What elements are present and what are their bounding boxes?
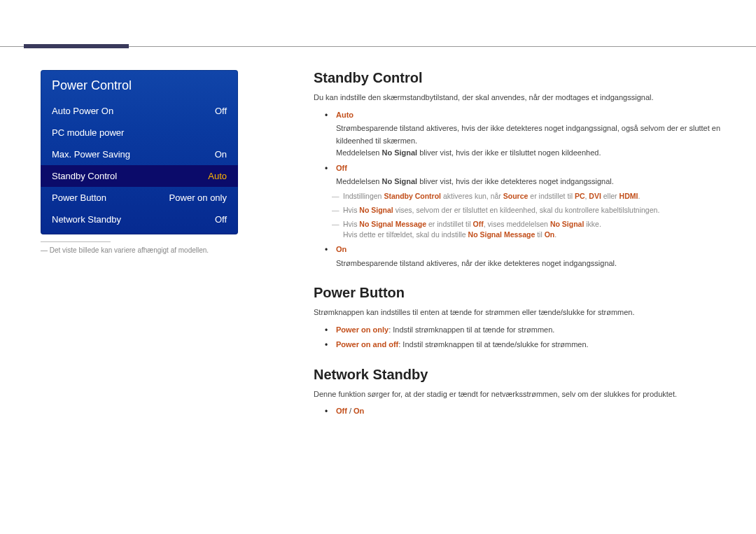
menu-item-value: Auto [208, 171, 227, 181]
option-auto-desc: Strømbesparende tilstand aktiveres, hvis… [336, 124, 720, 145]
option-auto-desc2: Meddelelsen No Signal bliver vist, hvis … [336, 148, 601, 157]
option-on-desc: Strømbesparende tilstand aktiveres, når … [336, 259, 617, 267]
network-standby-options: Off / On [314, 405, 728, 418]
standby-control-section: Standby Control Du kan indstille den skæ… [314, 70, 728, 269]
option-off-note-3: Hvis No Signal Message er indstillet til… [336, 219, 728, 241]
power-button-intro: Strømknappen kan indstilles til enten at… [314, 307, 728, 318]
top-rule [0, 46, 756, 47]
option-on-label: On [336, 244, 728, 256]
option-auto: Auto Strømbesparende tilstand aktiveres,… [329, 109, 728, 160]
option-off-note-2: Hvis No Signal vises, selvom der er tils… [336, 205, 728, 216]
menu-item-value: Power on only [169, 192, 227, 203]
menu-item-label: Standby Control [52, 171, 117, 181]
menu-item-standby-control[interactable]: Standby Control Auto [41, 165, 238, 187]
option-power-on-and-off: Power on and off: Indstil strømknappen t… [329, 339, 728, 351]
menu-item-max-power-saving[interactable]: Max. Power Saving On [41, 143, 238, 165]
menu-item-network-standby[interactable]: Network Standby Off [41, 209, 238, 234]
menu-item-auto-power-on[interactable]: Auto Power On Off [41, 100, 238, 122]
menu-title: Power Control [41, 70, 238, 100]
option-on: On Strømbesparende tilstand aktiveres, n… [329, 244, 728, 269]
heading-power-button: Power Button [314, 285, 728, 301]
option-auto-label: Auto [336, 109, 728, 122]
network-standby-intro: Denne funktion sørger for, at der stadig… [314, 388, 728, 400]
heading-standby-control: Standby Control [314, 70, 728, 86]
menu-panel: Power Control Auto Power On Off PC modul… [41, 70, 238, 234]
menu-item-power-button[interactable]: Power Button Power on only [41, 187, 238, 209]
option-off-on: Off / On [329, 405, 728, 418]
menu-item-label: Auto Power On [52, 106, 113, 116]
right-column: Standby Control Du kan indstille den skæ… [314, 70, 735, 433]
image-caption: Det viste billede kan variere afhængigt … [41, 242, 251, 254]
menu-item-value: On [215, 149, 227, 160]
option-off-note-1: Indstillingen Standby Control aktiveres … [336, 191, 728, 202]
menu-item-pc-module-power[interactable]: PC module power [41, 122, 238, 143]
heading-network-standby: Network Standby [314, 367, 728, 383]
page-body: Power Control Auto Power On Off PC modul… [0, 0, 756, 433]
option-off: Off Meddelelsen No Signal bliver vist, h… [329, 162, 728, 241]
option-power-on-only: Power on only: Indstil strømknappen til … [329, 324, 728, 337]
power-button-options: Power on only: Indstil strømknappen til … [314, 324, 728, 351]
option-off-label: Off [336, 162, 728, 175]
menu-item-value: Off [215, 214, 227, 225]
standby-control-intro: Du kan indstille den skærmstandbytilstan… [314, 92, 728, 104]
network-standby-section: Network Standby Denne funktion sørger fo… [314, 367, 728, 418]
menu-item-label: Max. Power Saving [52, 149, 130, 160]
standby-control-options: Auto Strømbesparende tilstand aktiveres,… [314, 109, 728, 270]
menu-item-label: Network Standby [52, 214, 121, 225]
left-column: Power Control Auto Power On Off PC modul… [41, 70, 251, 433]
menu-item-label: Power Button [52, 192, 106, 203]
power-button-section: Power Button Strømknappen kan indstilles… [314, 285, 728, 351]
option-off-desc: Meddelelsen No Signal bliver vist, hvis … [336, 177, 614, 185]
menu-item-label: PC module power [52, 127, 124, 138]
menu-item-value: Off [215, 106, 227, 116]
